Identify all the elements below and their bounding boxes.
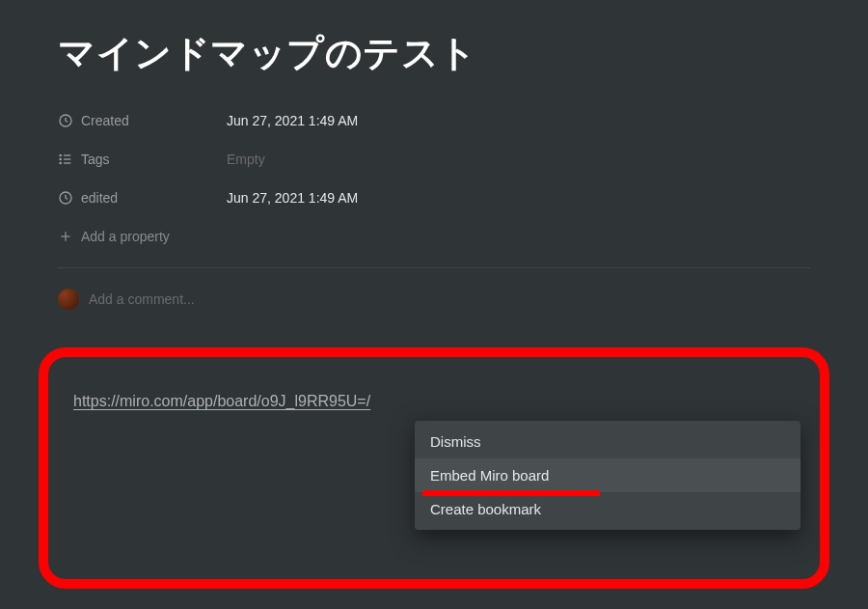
comment-input-row[interactable]: Add a comment... [58, 282, 810, 317]
page-title[interactable]: マインドマップのテスト [58, 29, 810, 78]
clock-icon [58, 190, 73, 206]
property-label: edited [81, 190, 118, 206]
svg-point-1 [60, 154, 61, 155]
add-property-button[interactable]: Add a property [58, 217, 810, 256]
pasted-link[interactable]: https://miro.com/app/board/o9J_l9RR95U=/ [73, 393, 370, 410]
property-value-created: Jun 27, 2021 1:49 AM [227, 113, 358, 128]
list-icon [58, 152, 73, 167]
dropdown-item-dismiss[interactable]: Dismiss [415, 425, 800, 458]
svg-point-3 [60, 162, 61, 163]
property-row-created[interactable]: Created Jun 27, 2021 1:49 AM [58, 101, 810, 140]
property-label: Created [81, 113, 129, 128]
dropdown-item-create-bookmark[interactable]: Create bookmark [415, 492, 800, 526]
dropdown-item-embed-miro[interactable]: Embed Miro board [415, 458, 800, 492]
property-key-edited: edited [58, 190, 227, 206]
divider [58, 267, 810, 268]
plus-icon [58, 229, 73, 244]
property-value-edited: Jun 27, 2021 1:49 AM [227, 190, 358, 206]
property-row-tags[interactable]: Tags Empty [58, 140, 810, 179]
property-key-created: Created [58, 113, 227, 128]
avatar [58, 289, 79, 310]
link-action-dropdown: Dismiss Embed Miro board Create bookmark [415, 421, 800, 530]
property-value-tags: Empty [227, 152, 265, 167]
svg-point-2 [60, 158, 61, 159]
property-row-edited[interactable]: edited Jun 27, 2021 1:49 AM [58, 179, 810, 217]
property-label: Tags [81, 152, 110, 167]
property-key-tags: Tags [58, 152, 227, 167]
add-property-label: Add a property [81, 229, 170, 244]
clock-icon [58, 113, 73, 128]
comment-placeholder: Add a comment... [89, 291, 195, 307]
